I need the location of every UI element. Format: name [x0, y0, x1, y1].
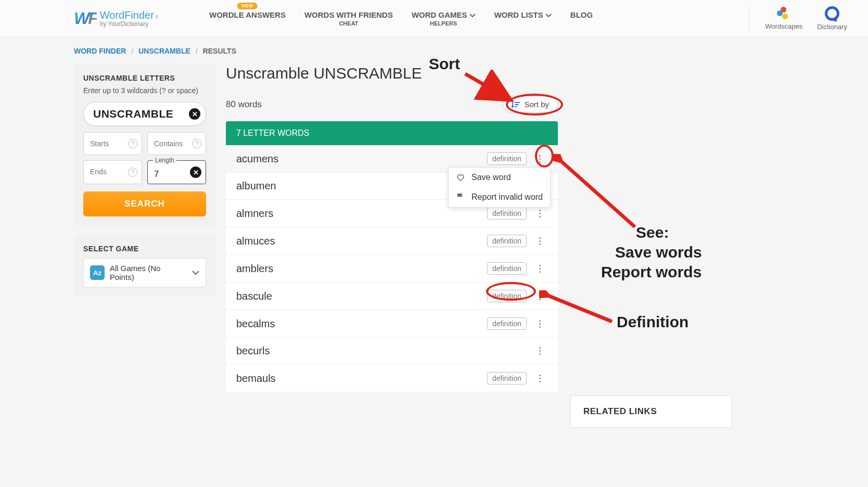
logo-icon: WF [74, 9, 97, 28]
logo-sub: by YourDictionary [100, 21, 159, 28]
category-header: 7 LETTER WORDS [226, 121, 558, 145]
app-links: Wordscapes Dictionary [749, 6, 847, 31]
word-text: acumens [236, 153, 487, 165]
chevron-down-icon [192, 271, 199, 275]
nav-lists[interactable]: WORD LISTS [494, 10, 552, 20]
panel-title: UNSCRAMBLE LETTERS [83, 74, 206, 82]
flag-icon [456, 193, 465, 202]
report-word-action[interactable]: Report invalid word [449, 187, 550, 207]
chevron-down-icon [469, 14, 476, 18]
crumb-unscramble[interactable]: UNSCRAMBLE [138, 47, 190, 55]
word-text: becalms [236, 318, 487, 330]
definition-button[interactable]: definition [487, 152, 527, 165]
clear-icon[interactable]: ✕ [189, 108, 200, 120]
letters-input[interactable] [93, 108, 183, 120]
app-dictionary[interactable]: Dictionary [817, 6, 847, 31]
more-menu-button[interactable] [532, 210, 547, 217]
more-menu-button[interactable] [532, 320, 547, 328]
word-list: 7 LETTER WORDS acumensdefinitionSave wor… [226, 121, 558, 392]
definition-button[interactable]: definition [487, 317, 527, 330]
new-badge: NEW [237, 3, 258, 10]
contains-input-wrap: ? [147, 132, 206, 155]
select-game-title: SELECT GAME [83, 245, 206, 253]
definition-button[interactable]: definition [487, 262, 527, 275]
more-menu-button[interactable] [532, 237, 547, 245]
length-input-wrap: Length ✕ [147, 160, 206, 184]
nav-wwf[interactable]: WORDS WITH FRIENDSCHEAT [304, 10, 393, 28]
heart-icon [456, 173, 465, 182]
more-popup: Save wordReport invalid word [448, 167, 551, 208]
contains-input[interactable] [154, 139, 189, 148]
word-row: almucesdefinition [226, 227, 558, 255]
word-row: acumensdefinitionSave wordReport invalid… [226, 145, 558, 173]
dictionary-icon [825, 6, 839, 21]
definition-button[interactable]: definition [487, 290, 527, 302]
save-word-action[interactable]: Save word [449, 168, 550, 187]
az-icon: Az [90, 265, 105, 280]
help-icon[interactable]: ? [128, 168, 137, 177]
more-menu-button[interactable] [532, 292, 547, 300]
starts-input[interactable] [90, 139, 125, 148]
wildcard-hint: Enter up to 3 wildcards (? or space) [83, 86, 206, 95]
page-title: Unscramble UNSCRAMBLE [226, 65, 558, 82]
letters-input-wrap: ✕ [83, 102, 206, 126]
ends-input[interactable] [90, 168, 125, 176]
ends-input-wrap: ? [83, 160, 142, 184]
definition-button[interactable]: definition [487, 207, 527, 220]
more-menu-button[interactable] [532, 155, 547, 163]
word-row: bemaulsdefinition [226, 365, 558, 392]
game-panel: SELECT GAME Az All Games (No Points) [74, 235, 215, 297]
nav-wordle[interactable]: NEW WORDLE ANSWERS [209, 10, 286, 20]
chevron-down-icon [545, 14, 552, 18]
crumb-wordfinder[interactable]: WORD FINDER [74, 47, 126, 55]
word-text: becurls [236, 345, 527, 357]
sort-button[interactable]: Sort by [503, 96, 558, 113]
clear-icon[interactable]: ✕ [190, 166, 201, 178]
more-menu-button[interactable] [532, 375, 547, 382]
sort-icon [512, 101, 520, 108]
logo-brand: WordFinder® [100, 9, 159, 21]
word-row: amblersdefinition [226, 255, 558, 283]
related-links: RELATED LINKS [570, 395, 732, 428]
nav-games[interactable]: WORD GAMESHELPERS [412, 10, 476, 28]
definition-button[interactable]: definition [487, 235, 527, 247]
help-icon[interactable]: ? [192, 139, 201, 148]
wordscapes-icon [777, 7, 790, 20]
word-row: basculedefinition [226, 283, 558, 310]
definition-button[interactable]: definition [487, 372, 527, 385]
crumb-current: RESULTS [203, 47, 236, 55]
breadcrumb: WORD FINDER / UNSCRAMBLE / RESULTS [0, 37, 868, 65]
word-row: becurls [226, 338, 558, 365]
game-selected-label: All Games (No Points) [110, 264, 187, 281]
main-nav: NEW WORDLE ANSWERS WORDS WITH FRIENDSCHE… [209, 10, 593, 28]
word-text: bemauls [236, 373, 487, 385]
main-header: WF WordFinder® by YourDictionary NEW WOR… [0, 0, 868, 37]
starts-input-wrap: ? [83, 132, 142, 155]
more-menu-button[interactable] [532, 265, 547, 273]
word-count: 80 words [226, 99, 262, 110]
length-label: Length [153, 157, 176, 164]
length-input[interactable] [154, 169, 189, 180]
game-select[interactable]: Az All Games (No Points) [83, 258, 206, 287]
related-title: RELATED LINKS [583, 406, 719, 417]
word-text: almuces [236, 235, 487, 247]
more-menu-button[interactable] [532, 347, 547, 355]
word-text: amblers [236, 263, 487, 275]
help-icon[interactable]: ? [128, 139, 137, 148]
search-panel: UNSCRAMBLE LETTERS Enter up to 3 wildcar… [74, 65, 215, 226]
word-text: bascule [236, 290, 487, 302]
word-row: becalmsdefinition [226, 310, 558, 338]
search-button[interactable]: SEARCH [83, 191, 206, 216]
logo[interactable]: WF WordFinder® by YourDictionary [74, 9, 209, 28]
word-text: almners [236, 208, 487, 220]
app-wordscapes[interactable]: Wordscapes [765, 7, 802, 30]
nav-blog[interactable]: BLOG [570, 10, 593, 20]
